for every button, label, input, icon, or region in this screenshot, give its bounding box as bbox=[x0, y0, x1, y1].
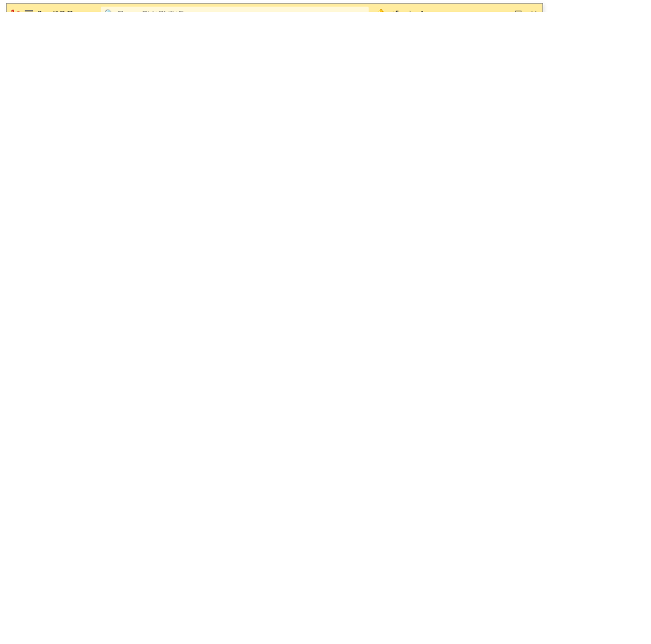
user-label[interactable]: Администратор bbox=[419, 9, 476, 12]
search-icon: 🔍 bbox=[104, 9, 114, 12]
settings-icon[interactable]: ≡ bbox=[478, 8, 493, 12]
titlebar: 1e Д… (1С:Пред… 🔍 🔔 ↺ ☆ Администратор ≡ … bbox=[7, 4, 542, 12]
global-search-input[interactable] bbox=[116, 8, 365, 12]
hamburger-icon[interactable] bbox=[25, 10, 33, 13]
minimize-button[interactable]: — bbox=[498, 9, 507, 13]
bell-icon[interactable]: 🔔 bbox=[373, 8, 388, 13]
maximize-button[interactable]: ☐ bbox=[513, 9, 523, 13]
app-logo-icon: 1e bbox=[10, 8, 21, 13]
title-app: (1С:Пред… bbox=[52, 9, 94, 12]
history-icon[interactable]: ↺ bbox=[388, 8, 402, 13]
window-controls: — ☐ ✕ bbox=[498, 9, 539, 13]
close-button[interactable]: ✕ bbox=[529, 9, 539, 13]
window-template-editor: 1e Д… (1С:Пред… 🔍 🔔 ↺ ☆ Администратор ≡ … bbox=[6, 3, 543, 12]
star-icon[interactable]: ☆ bbox=[402, 8, 417, 13]
global-search[interactable]: 🔍 bbox=[101, 7, 369, 13]
title-doc: Д… bbox=[37, 9, 50, 12]
